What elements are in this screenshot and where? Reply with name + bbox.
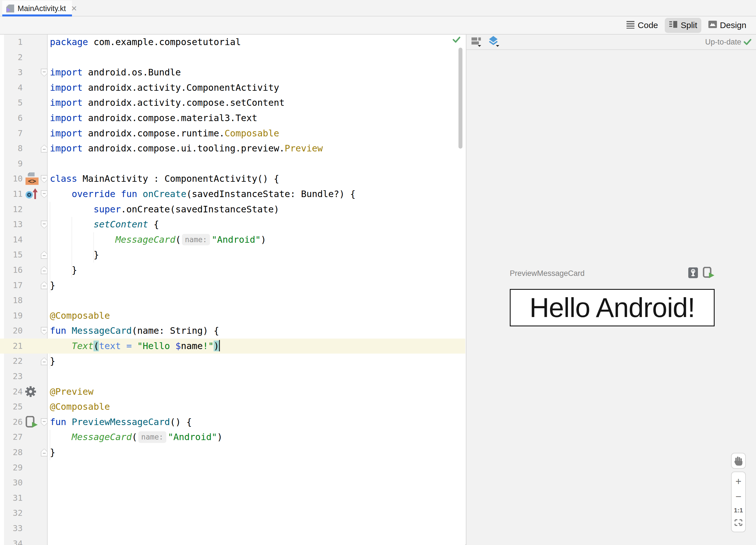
run-preview-icon[interactable] xyxy=(25,416,38,429)
code-line[interactable]: 16 } xyxy=(0,262,465,278)
code-text: } xyxy=(50,247,99,262)
parameter-hint-chip: name: xyxy=(138,431,166,443)
fold-toggle-icon[interactable] xyxy=(41,190,48,198)
code-line[interactable]: 5import androidx.activity.compose.setCon… xyxy=(0,95,465,111)
editor-scrollbar[interactable] xyxy=(458,48,462,148)
code-text: MessageCard(name:"Android") xyxy=(50,232,266,247)
fold-toggle-icon[interactable] xyxy=(41,357,48,365)
pan-button[interactable] xyxy=(731,453,746,469)
fold-toggle-icon[interactable] xyxy=(41,145,48,152)
override-indicator-icon[interactable] xyxy=(25,188,39,201)
code-line[interactable]: 2 xyxy=(0,50,465,65)
line-number: 28 xyxy=(0,445,23,460)
code-text: } xyxy=(50,262,77,278)
code-line[interactable]: 34 xyxy=(0,536,465,545)
code-line[interactable]: 19@Composable xyxy=(0,308,465,324)
hand-icon xyxy=(734,456,743,466)
line-number: 4 xyxy=(0,80,23,96)
line-number: 33 xyxy=(0,521,23,536)
code-line[interactable]: 12 super.onCreate(savedInstanceState) xyxy=(0,202,465,217)
code-text: import androidx.compose.material3.Text xyxy=(50,111,257,126)
code-editor[interactable]: 1package com.example.composetutorial23im… xyxy=(0,35,465,545)
zoom-out-button[interactable]: − xyxy=(735,491,741,502)
code-text: setContent { xyxy=(50,217,159,232)
code-line[interactable]: 30 xyxy=(0,475,465,491)
code-line[interactable]: 23 xyxy=(0,369,465,384)
code-line[interactable]: 4import androidx.activity.ComponentActiv… xyxy=(0,80,465,96)
code-line[interactable]: 7import androidx.compose.runtime.Composa… xyxy=(0,126,465,141)
code-line[interactable]: 32 xyxy=(0,506,465,521)
line-number: 8 xyxy=(0,141,23,156)
close-icon[interactable]: ✕ xyxy=(71,5,77,12)
zoom-to-fit-button[interactable] xyxy=(734,519,743,527)
line-number: 3 xyxy=(0,65,23,80)
tab-mainactivity[interactable]: MainActivity.kt ✕ xyxy=(2,1,72,16)
android-studio-window: MainActivity.kt ✕ Code Split Design xyxy=(0,0,756,545)
preview-header: PreviewMessageCard xyxy=(510,267,715,280)
code-line[interactable]: 14 MessageCard(name:"Android") xyxy=(0,232,465,247)
fold-toggle-icon[interactable] xyxy=(41,327,48,335)
layers-icon[interactable] xyxy=(488,36,499,48)
active-tab-indicator xyxy=(2,14,72,16)
fold-toggle-icon[interactable] xyxy=(41,251,48,259)
run-preview-icon[interactable] xyxy=(702,267,715,280)
fold-toggle-icon[interactable] xyxy=(41,220,48,228)
fold-toggle-icon[interactable] xyxy=(41,266,48,274)
code-view-button[interactable]: Code xyxy=(622,18,662,33)
code-text: class MainActivity : ComponentActivity()… xyxy=(50,171,279,186)
code-text: @Composable xyxy=(50,399,110,415)
split-view-button[interactable]: Split xyxy=(665,18,701,33)
code-line[interactable]: 27 MessageCard(name:"Android") xyxy=(0,430,465,445)
preview-canvas[interactable]: PreviewMessageCard Hello Android! xyxy=(466,50,756,545)
line-number: 24 xyxy=(0,384,23,400)
code-line[interactable]: 3import android.os.Bundle xyxy=(0,65,465,80)
line-number: 15 xyxy=(0,247,23,262)
main-content: 1package com.example.composetutorial23im… xyxy=(0,35,756,545)
code-line[interactable]: 11 override fun onCreate(savedInstanceSt… xyxy=(0,186,465,202)
preview-name-label: PreviewMessageCard xyxy=(510,269,688,278)
line-number: 30 xyxy=(0,475,23,491)
layout-variants-icon[interactable] xyxy=(471,36,482,48)
design-view-label: Design xyxy=(720,20,746,30)
code-line[interactable]: 29 xyxy=(0,460,465,476)
line-number: 32 xyxy=(0,506,23,521)
design-view-button[interactable]: Design xyxy=(704,18,750,33)
code-line[interactable]: 28} xyxy=(0,445,465,460)
code-view-icon xyxy=(626,20,635,31)
zoom-in-button[interactable]: + xyxy=(735,476,741,487)
code-text: import androidx.compose.runtime.Composab… xyxy=(50,126,279,141)
code-line[interactable]: 17} xyxy=(0,278,465,293)
fold-toggle-icon[interactable] xyxy=(41,281,48,289)
code-line[interactable]: 6import androidx.compose.material3.Text xyxy=(0,111,465,126)
line-number: 2 xyxy=(0,50,23,65)
zoom-actual-size-button[interactable]: 1:1 xyxy=(734,507,743,514)
code-line[interactable]: 33 xyxy=(0,521,465,536)
code-line[interactable]: 25@Composable xyxy=(0,399,465,415)
fold-toggle-icon[interactable] xyxy=(41,449,48,457)
code-line[interactable]: 21 Text(text = "Hello $name!") xyxy=(0,339,465,354)
code-line[interactable]: 1package com.example.composetutorial xyxy=(0,35,465,50)
code-line[interactable]: 31 xyxy=(0,491,465,506)
code-line[interactable]: 15 } xyxy=(0,247,465,262)
code-line[interactable]: 13 setContent { xyxy=(0,217,465,232)
design-view-icon xyxy=(708,20,717,31)
interactive-mode-icon[interactable] xyxy=(688,267,698,280)
gear-icon[interactable] xyxy=(25,386,36,397)
code-line[interactable]: 26fun PreviewMessageCard() { xyxy=(0,415,465,430)
sync-status: Up-to-date xyxy=(705,38,751,46)
zoom-controls: + − 1:1 xyxy=(731,472,746,532)
analysis-ok-icon[interactable] xyxy=(452,36,461,45)
code-line[interactable]: 24@Preview xyxy=(0,384,465,400)
code-line[interactable]: 10<>class MainActivity : ComponentActivi… xyxy=(0,171,465,186)
fold-toggle-icon[interactable] xyxy=(41,175,48,183)
code-line[interactable]: 20fun MessageCard(name: String) { xyxy=(0,323,465,339)
line-number: 27 xyxy=(0,430,23,445)
code-line[interactable]: 22} xyxy=(0,354,465,369)
fold-toggle-icon[interactable] xyxy=(41,69,48,77)
fold-toggle-icon[interactable] xyxy=(41,418,48,426)
line-number: 20 xyxy=(0,323,23,339)
code-line[interactable]: 8import androidx.compose.ui.tooling.prev… xyxy=(0,141,465,156)
code-line[interactable]: 18 xyxy=(0,293,465,308)
code-line[interactable]: 9 xyxy=(0,156,465,171)
android-component-icon[interactable]: <> xyxy=(25,172,39,186)
